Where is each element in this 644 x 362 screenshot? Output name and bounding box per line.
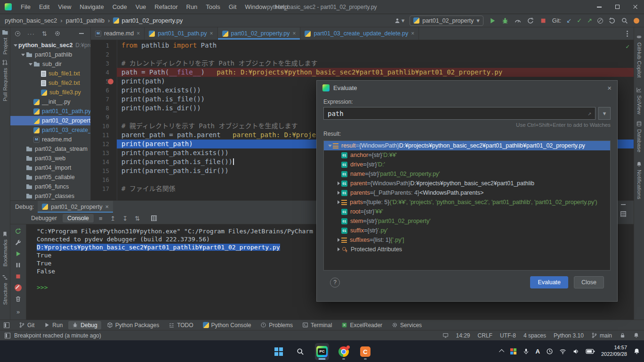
- tree-item-python-basic-sec2[interactable]: python_basic_sec2D:¥projects: [10, 41, 90, 50]
- battery-icon[interactable]: [586, 348, 595, 355]
- breadcrumb-item-python-basic-sec2[interactable]: python_basic_sec2: [5, 17, 57, 24]
- tab-part01-03-create-update-delete-py[interactable]: part01_03_create_update_delete.py: [300, 27, 419, 40]
- expression-history-dropdown[interactable]: [598, 107, 611, 120]
- debug-session-tab[interactable]: part01_02_property: [38, 201, 113, 213]
- status-item-14-29[interactable]: 14:29: [456, 332, 470, 339]
- git-commit-icon[interactable]: [577, 17, 582, 24]
- result-tree-item-result[interactable]: result = {WindowsPath} D:¥projects¥pytho…: [324, 141, 610, 150]
- stop-process-icon[interactable]: [15, 273, 22, 280]
- tree-item-part01-03-create-update-delete-py[interactable]: part01_03_create_update_delete.py: [10, 125, 90, 135]
- tool-button-run[interactable]: Run: [40, 321, 66, 329]
- microphone-icon[interactable]: [523, 348, 530, 355]
- line-number[interactable]: 15: [91, 166, 117, 175]
- menu-refactor[interactable]: Refactor: [150, 0, 182, 14]
- gear-icon[interactable]: [54, 30, 61, 37]
- menu-code[interactable]: Code: [108, 0, 131, 14]
- tool-strip-button-github-copilot[interactable]: GitHub Copilot: [634, 34, 644, 78]
- tool-button-debug[interactable]: Debug: [68, 321, 101, 329]
- user-account-button[interactable]: [394, 17, 405, 24]
- tab-options-icon[interactable]: [627, 33, 628, 34]
- settings-wrench-icon[interactable]: [15, 239, 22, 246]
- close-icon[interactable]: [607, 84, 612, 91]
- tool-button-python-console[interactable]: Python Console: [199, 321, 255, 329]
- ime-mode-indicator[interactable]: A: [536, 348, 540, 354]
- code-text[interactable]: from pathlib import Path: [117, 41, 634, 50]
- close-tab-icon[interactable]: [210, 31, 213, 36]
- menu-view[interactable]: View: [54, 0, 75, 14]
- tool-button-terminal[interactable]: Terminal: [298, 321, 336, 329]
- taskbar-search-button[interactable]: [293, 343, 307, 360]
- tool-button-python-packages[interactable]: Python Packages: [103, 321, 163, 329]
- chevron-right-icon[interactable]: [335, 246, 341, 253]
- expand-editor-icon[interactable]: [588, 110, 591, 116]
- tool-strip-button-bookmarks[interactable]: Bookmarks: [0, 231, 10, 267]
- line-number[interactable]: 9: [91, 113, 117, 122]
- ide-settings-update-icon[interactable]: [634, 18, 639, 24]
- tool-strip-button-database[interactable]: Database: [634, 121, 644, 152]
- rerun-button[interactable]: [527, 17, 534, 25]
- status-message[interactable]: Breakpoint reached (a minute ago): [14, 332, 101, 339]
- tool-button-services[interactable]: Services: [388, 321, 426, 329]
- tree-item-part04-import[interactable]: part04_import: [10, 163, 90, 173]
- start-button[interactable]: [272, 343, 286, 360]
- close-button[interactable]: [626, 0, 644, 14]
- rollback-icon[interactable]: [608, 17, 616, 25]
- tab-part01-01-path-py[interactable]: part01_01_path.py: [145, 27, 217, 40]
- tree-item-sub-dir[interactable]: sub_dir: [10, 59, 90, 69]
- result-tree-item-stem[interactable]: 01stem = {str} 'part01_02_property': [324, 216, 610, 226]
- notifications-icon[interactable]: [633, 332, 639, 338]
- taskbar-clipboard-app-button[interactable]: C: [358, 343, 372, 360]
- line-number[interactable]: 3: [91, 59, 117, 68]
- menu-tools[interactable]: Tools: [201, 0, 224, 14]
- result-tree-item-protected-attributes[interactable]: Protected Attributes: [324, 245, 610, 254]
- menu-navigate[interactable]: Navigate: [75, 0, 108, 14]
- close-tab-icon[interactable]: [411, 31, 414, 36]
- move-caret-icon[interactable]: [132, 215, 143, 222]
- evaluate-dialog-titlebar[interactable]: Evaluate: [317, 81, 617, 95]
- tool-strip-button-pull-requests[interactable]: Pull Requests: [0, 59, 10, 101]
- layout-settings-icon[interactable]: [620, 211, 626, 217]
- pause-program-icon[interactable]: [15, 262, 22, 269]
- menu-vue[interactable]: Vue: [131, 0, 151, 14]
- tray-overflow-icon[interactable]: [499, 349, 504, 354]
- result-tree-item-parts[interactable]: parts = {tuple: 5} ('D:¥¥', 'projects', …: [324, 197, 610, 207]
- monitor-icon[interactable]: [443, 332, 449, 338]
- line-number[interactable]: 6: [91, 86, 117, 95]
- line-number[interactable]: 10: [91, 122, 117, 131]
- line-number[interactable]: 1: [91, 41, 117, 50]
- line-number[interactable]: 4: [91, 68, 117, 77]
- tool-button-excelreader[interactable]: ExcelReader: [338, 321, 386, 329]
- breakpoint-dot[interactable]: [108, 79, 113, 84]
- help-button[interactable]: ?: [330, 278, 340, 288]
- chevron-right-icon[interactable]: [335, 237, 341, 243]
- clock-app-icon[interactable]: [546, 348, 553, 355]
- run-configuration-select[interactable]: part01_02_property: [410, 16, 483, 26]
- git-update-icon[interactable]: [566, 17, 572, 24]
- show-variables-icon[interactable]: [151, 215, 157, 221]
- profiler-button[interactable]: [514, 17, 522, 25]
- close-tab-icon[interactable]: [292, 31, 296, 36]
- more-options-icon[interactable]: [27, 31, 35, 37]
- tool-button-todo[interactable]: TODO: [165, 321, 197, 329]
- minimize-button[interactable]: [590, 0, 608, 14]
- taskbar-clock[interactable]: 14:57 2022/09/28: [601, 345, 627, 358]
- line-number[interactable]: 11: [91, 131, 117, 140]
- menu-help[interactable]: Help: [271, 0, 292, 14]
- clear-console-icon[interactable]: [15, 296, 22, 303]
- result-tree-item-name[interactable]: 01name = {str} 'part01_02_property.py': [324, 169, 610, 179]
- volume-icon[interactable]: [572, 348, 580, 355]
- line-number[interactable]: 8: [91, 104, 117, 113]
- evaluate-button[interactable]: Evaluate: [530, 276, 568, 288]
- tree-item-part06-funcs[interactable]: part06_funcs: [10, 182, 90, 191]
- result-tree-item-drive[interactable]: 01drive = {str} 'D:': [324, 160, 610, 169]
- chevron-right-icon[interactable]: [335, 199, 341, 206]
- menu-window[interactable]: Window: [241, 0, 271, 14]
- run-button[interactable]: [489, 17, 496, 25]
- close-tab-icon[interactable]: [137, 31, 140, 36]
- lock-icon[interactable]: [620, 332, 626, 338]
- tree-item-part05-callable[interactable]: part05_callable: [10, 173, 90, 182]
- expression-input[interactable]: path: [323, 107, 596, 120]
- result-tree-item-anchor[interactable]: 01anchor = {str} 'D:¥¥': [324, 150, 610, 160]
- chevron-down-icon[interactable]: [327, 142, 333, 149]
- tool-window-switcher-icon[interactable]: [4, 322, 9, 328]
